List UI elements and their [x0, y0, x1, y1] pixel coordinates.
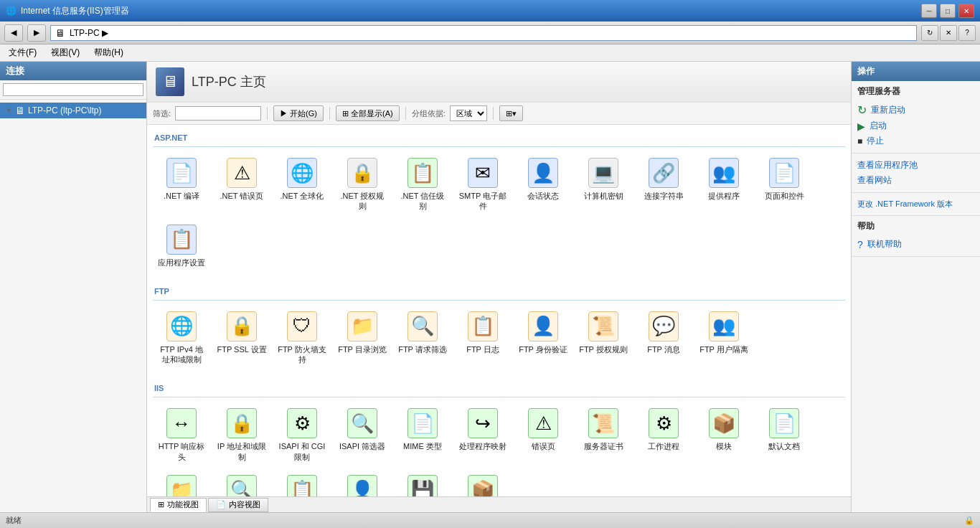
menu-view[interactable]: 视图(V)	[48, 45, 83, 60]
icon-item-ftp-msg[interactable]: 💬FTP 消息	[635, 306, 692, 370]
view-apppools-action[interactable]: 查看应用程序池	[857, 158, 974, 173]
icon-img-ftp-rules: 📜	[588, 311, 618, 341]
start-action[interactable]: ▶ 启动	[857, 118, 974, 133]
icon-item-machine-key[interactable]: 💻计算机密钥	[575, 153, 632, 217]
icon-label-connect-str: 连接字符串	[644, 191, 684, 201]
icon-item-ftp-ssl[interactable]: 🔒FTP SSL 设置	[213, 306, 270, 370]
icon-item-ftp-browse[interactable]: 📁FTP 目录浏览	[334, 306, 391, 370]
icons-grid-ftp: 🌐FTP IPv4 地址和域限制🔒FTP SSL 设置🛡FTP 防火墙支持📁FT…	[153, 306, 845, 370]
icon-label-ftp-user: FTP 用户隔离	[699, 344, 748, 354]
view-sites-action[interactable]: 查看网站	[857, 173, 974, 188]
icon-item-handler[interactable]: ↪处理程序映射	[454, 403, 512, 467]
icon-item-connect-str[interactable]: 🔗连接字符串	[635, 153, 692, 217]
stop-action[interactable]: ■ 停止	[857, 133, 974, 148]
icon-item-smtp[interactable]: ✉SMTP 电子邮件	[454, 153, 512, 217]
manage-server-title: 管理服务器	[857, 85, 974, 98]
icon-item-ftp-log[interactable]: 📋FTP 日志	[454, 306, 512, 370]
menu-help[interactable]: 帮助(H)	[91, 45, 126, 60]
tab-content-view[interactable]: 📄 内容视图	[208, 498, 268, 512]
tree-arrow: ▼	[6, 107, 12, 114]
icon-item-dir-browse[interactable]: 📁目录浏览	[153, 470, 210, 496]
icon-img-req-filter: 🔍	[227, 475, 257, 496]
group-by-select[interactable]: 区域 类别 无	[450, 105, 487, 121]
view-button[interactable]: ⊞▾	[499, 105, 523, 121]
icon-label-ftp-log: FTP 日志	[466, 344, 499, 354]
show-all-button[interactable]: ⊞ 全部显示(A)	[336, 105, 400, 121]
menu-file[interactable]: 文件(F)	[6, 45, 39, 60]
icon-item-ip-restrict[interactable]: 🔒IP 地址和域限制	[213, 403, 270, 467]
forward-button[interactable]: ▶	[27, 24, 46, 42]
refresh-button[interactable]: ↻	[921, 25, 938, 41]
icon-item-ftp-rules[interactable]: 📜FTP 授权规则	[575, 306, 632, 370]
minimize-button[interactable]: ─	[921, 4, 937, 18]
icon-label-net-compile: .NET 编译	[164, 191, 199, 201]
stop-icon: ■	[857, 136, 862, 146]
maximize-button[interactable]: □	[940, 4, 956, 18]
address-bar: ◀ ▶ 🖥 LTP-PC ▶ ↻ ✕ ?	[0, 22, 980, 44]
icon-item-output-cache[interactable]: 💾输出缓存	[394, 470, 451, 496]
online-help-action[interactable]: ? 联机帮助	[857, 237, 974, 252]
icon-label-ftp-rules: FTP 授权规则	[579, 344, 628, 354]
icon-img-net-global: 🌐	[287, 158, 317, 188]
icon-item-net-error[interactable]: ⚠.NET 错误页	[213, 153, 270, 217]
icon-item-net-compile[interactable]: 📄.NET 编译	[153, 153, 210, 217]
start-button[interactable]: ▶ 开始(G)	[273, 105, 324, 121]
icon-item-ftp-firewall[interactable]: 🛡FTP 防火墙支持	[273, 306, 331, 370]
icon-item-http-response[interactable]: ↔HTTP 响应标头	[153, 403, 210, 467]
icon-item-mime[interactable]: 📄MIME 类型	[394, 403, 451, 467]
icon-item-worker[interactable]: ⚙工作进程	[635, 403, 692, 467]
restart-action[interactable]: ↻ 重新启动	[857, 102, 974, 118]
icon-item-log[interactable]: 📋日志	[273, 470, 331, 496]
icon-item-ftp-ipv4[interactable]: 🌐FTP IPv4 地址和域限制	[153, 306, 210, 370]
group-by-label: 分组依据:	[412, 108, 446, 119]
page-title: LTP-PC 主页	[192, 73, 266, 90]
icon-item-net-trust[interactable]: 📋.NET 信任级别	[394, 153, 451, 217]
tab-feature-view[interactable]: ⊞ 功能视图	[150, 498, 207, 512]
icon-img-machine-key: 💻	[588, 158, 618, 188]
tab-feature-label: 功能视图	[167, 499, 199, 510]
icon-item-session[interactable]: 👤会话状态	[514, 153, 572, 217]
address-field[interactable]: 🖥 LTP-PC ▶	[50, 25, 917, 41]
close-button[interactable]: ✕	[958, 4, 974, 18]
icon-item-module[interactable]: 📦模块	[695, 403, 753, 467]
icon-img-ftp-user: 👥	[709, 311, 739, 341]
icon-item-cert[interactable]: 📜服务器证书	[575, 403, 632, 467]
icon-item-default-doc[interactable]: 📄默认文档	[755, 403, 813, 467]
sidebar-item-ltppc[interactable]: ▼ 🖥 LTP-PC (ltp-PC\ltp)	[0, 103, 146, 118]
sidebar-search-input[interactable]	[3, 83, 143, 96]
icon-item-ftp-auth[interactable]: 👤FTP 身份验证	[514, 306, 572, 370]
icon-img-handler: ↪	[468, 408, 498, 438]
back-button[interactable]: ◀	[4, 24, 23, 42]
icon-label-http-response: HTTP 响应标头	[156, 441, 207, 462]
content-header: 🖥 LTP-PC 主页	[147, 62, 851, 103]
main-layout: 连接 ▼ 🖥 LTP-PC (ltp-PC\ltp) 🖥 LTP-PC 主页 筛…	[0, 62, 980, 512]
refresh-area: ↻ ✕ ?	[921, 25, 976, 41]
icon-img-dir-browse: 📁	[166, 475, 197, 496]
help-button[interactable]: ?	[958, 25, 976, 41]
icon-item-ftp-user[interactable]: 👥FTP 用户隔离	[695, 306, 753, 370]
icon-item-app-settings[interactable]: 📋应用程序设置	[153, 220, 210, 273]
stop-button[interactable]: ✕	[940, 25, 957, 41]
icon-label-smtp: SMTP 电子邮件	[458, 191, 508, 212]
icon-item-provider[interactable]: 👥提供程序	[695, 153, 753, 217]
change-dotnet-action[interactable]: 更改 .NET Framework 版本	[857, 197, 974, 211]
restart-label: 重新启动	[871, 104, 905, 116]
icon-item-req-filter[interactable]: 🔍请求筛选	[213, 470, 270, 496]
icon-item-auth[interactable]: 👤身份验证	[334, 470, 391, 496]
icon-item-pages-controls[interactable]: 📄页面和控件	[755, 153, 813, 217]
icon-img-ftp-browse: 📁	[347, 311, 377, 341]
icon-item-ftp-filter[interactable]: 🔍FTP 请求筛选	[394, 306, 451, 370]
icon-item-net-global[interactable]: 🌐.NET 全球化	[273, 153, 331, 217]
icon-item-isapi-filter[interactable]: 🔍ISAPI 筛选器	[334, 403, 391, 467]
icon-item-isapi-cgi[interactable]: ⚙ISAPI 和 CGI 限制	[273, 403, 331, 467]
icon-img-cert: 📜	[588, 408, 618, 438]
icon-img-output-cache: 💾	[407, 475, 438, 496]
icon-item-error-page[interactable]: ⚠错误页	[514, 403, 572, 467]
filter-input[interactable]	[175, 106, 261, 121]
icon-label-module: 模块	[716, 441, 732, 451]
icon-label-net-global: .NET 全球化	[281, 191, 324, 201]
icon-label-isapi-filter: ISAPI 筛选器	[339, 441, 385, 451]
icon-item-net-auth[interactable]: 🔒.NET 授权规则	[334, 153, 391, 217]
icon-item-compress[interactable]: 📦压缩	[454, 470, 512, 496]
bottom-tabs: ⊞ 功能视图 📄 内容视图	[147, 496, 851, 512]
